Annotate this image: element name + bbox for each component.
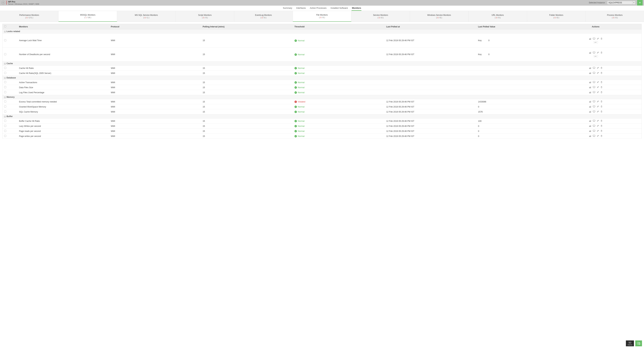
row-checkbox[interactable] [4,53,6,55]
edit-icon[interactable] [597,81,599,83]
col-poll[interactable]: Polling Interval (mins) [201,24,293,29]
chart-icon[interactable] [589,110,591,112]
instance-select[interactable]: SQLEXPRESS [607,1,632,5]
delete-icon[interactable] [600,72,602,74]
row-checkbox[interactable] [4,72,6,74]
monitor-name[interactable]: Excess Total committed memory needed [17,99,109,104]
chart-icon[interactable] [589,91,591,93]
main-tab-summary[interactable]: Summary [282,6,293,11]
monitor-name[interactable]: Page writes per second [17,134,109,139]
monitor-name[interactable]: Active Transactions [17,80,109,85]
main-tab-interfaces[interactable]: Interfaces [296,6,306,11]
col-last-polled[interactable]: Last Polled at [384,24,476,29]
edit-icon[interactable] [597,86,599,88]
edit-icon[interactable] [597,91,599,93]
chart-icon[interactable] [589,81,591,83]
edit-icon[interactable] [597,67,599,69]
edit-icon[interactable] [597,72,599,74]
chart-icon[interactable] [589,38,591,40]
row-checkbox[interactable] [4,125,6,127]
expand-button[interactable]: ▸▪▪ [594,41,598,43]
delete-icon[interactable] [600,105,602,107]
main-tab-active-processes[interactable]: Active Processes [310,6,327,11]
chart-icon[interactable] [589,100,591,102]
main-tab-monitors[interactable]: Monitors [352,6,362,11]
row-checkbox[interactable] [4,100,6,102]
delete-icon[interactable] [600,81,602,83]
monitor-icon[interactable] [593,125,595,127]
monitor-icon[interactable] [593,52,595,54]
monitor-name[interactable]: Cache Hit Ratio(SQL 2005 Server) [17,71,109,76]
sub-tab-folder-monitors[interactable]: Folder Monitors( 0 / 0 ) [527,11,586,22]
sub-tab-ms-sql-service-monitors[interactable]: MS SQL Service Monitors( 0 / 1 ) [117,11,176,22]
delete-icon[interactable] [600,110,602,112]
monitor-icon[interactable] [593,72,595,74]
monitor-icon[interactable] [593,86,595,88]
edit-icon[interactable] [597,38,599,40]
delete-icon[interactable] [600,67,602,69]
edit-icon[interactable] [597,120,599,122]
monitor-name[interactable]: SQL Cache Memory [17,109,109,114]
delete-icon[interactable] [600,130,602,132]
sub-tab-file-monitors[interactable]: File Monitors( 0 / 0 ) [293,11,351,22]
sub-tab-windows-service-monitors[interactable]: Windows Service Monitors( 0 / 0 ) [410,11,468,22]
monitor-icon[interactable] [593,100,595,102]
chart-icon[interactable] [589,67,591,69]
col-threshold[interactable]: Threshold [293,24,384,29]
row-checkbox[interactable] [4,81,6,83]
chart-icon[interactable] [589,105,591,107]
delete-icon[interactable] [600,135,602,137]
monitor-icon[interactable] [593,105,595,107]
monitor-name[interactable]: Cache Hit Ratio [17,66,109,71]
row-checkbox[interactable] [4,67,6,69]
row-checkbox[interactable] [4,91,6,93]
add-button[interactable]: + [637,0,643,6]
chart-icon[interactable] [589,125,591,127]
col-last-value[interactable]: Last Polled Value [476,24,550,29]
sub-tab-process-monitors[interactable]: Process Monitors( 0 / 0 ) [586,11,644,22]
monitor-name[interactable]: Number of Deadlocks per second [17,48,109,62]
monitor-name[interactable]: Data Files Size [17,85,109,90]
edit-icon[interactable] [597,135,599,137]
monitor-icon[interactable] [593,130,595,132]
col-monitors[interactable]: Monitors [17,24,109,29]
group-row[interactable]: −Memory [2,95,642,99]
group-row[interactable]: −Locks related [2,29,642,34]
edit-icon[interactable] [597,105,599,107]
monitor-name[interactable]: Granted WorkSpace Memory [17,104,109,109]
monitor-icon[interactable] [593,91,595,93]
instance-caret[interactable]: ▼ [632,1,636,5]
row-checkbox[interactable] [4,130,6,132]
select-all-checkbox[interactable] [4,25,6,27]
monitor-name[interactable]: Log Files Used Percentage [17,90,109,95]
chart-icon[interactable] [589,52,591,54]
sub-tab-service-monitors[interactable]: Service Monitors( 0 / 0 ) [351,11,410,22]
edit-icon[interactable] [597,130,599,132]
chart-icon[interactable] [589,120,591,122]
row-checkbox[interactable] [4,86,6,88]
delete-icon[interactable] [600,86,602,88]
edit-icon[interactable] [597,52,599,54]
row-checkbox[interactable] [4,105,6,107]
delete-icon[interactable] [600,38,602,40]
sub-tab-mssql-monitors[interactable]: MSSQL Monitors( 1 / 18 ) [58,11,117,22]
sub-tab-script-monitors[interactable]: Script Monitors( 0 / 0 ) [176,11,234,22]
delete-icon[interactable] [600,125,602,127]
edit-icon[interactable] [597,110,599,112]
monitor-icon[interactable] [593,67,595,69]
back-button[interactable] [1,1,5,5]
sub-tab-eventlog-monitors[interactable]: EventLog Monitors( 0 / 0 ) [234,11,293,22]
monitor-name[interactable]: Page reads per second [17,129,109,134]
monitor-icon[interactable] [593,120,595,122]
monitor-icon[interactable] [593,135,595,137]
row-checkbox[interactable] [4,120,6,122]
monitor-icon[interactable] [593,81,595,83]
group-row[interactable]: −Cache [2,62,642,66]
monitor-name[interactable]: Lazy Writes per second [17,124,109,129]
delete-icon[interactable] [600,52,602,54]
monitor-icon[interactable] [593,110,595,112]
group-row[interactable]: −Database [2,76,642,80]
monitor-icon[interactable] [593,38,595,40]
row-checkbox[interactable] [4,110,6,112]
col-protocol[interactable]: Protocol [109,24,201,29]
